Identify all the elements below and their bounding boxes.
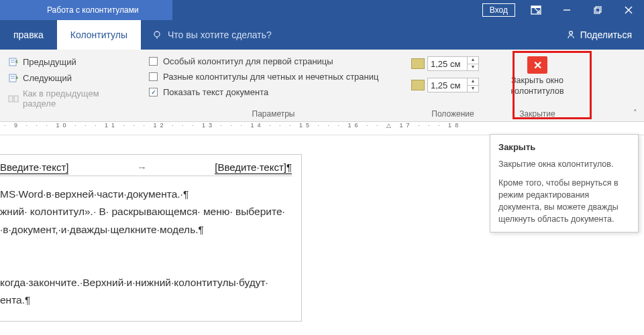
login-button[interactable]: Вход	[482, 3, 515, 17]
checkbox-label: Показать текст документа	[163, 87, 268, 97]
svg-point-9	[569, 31, 572, 35]
doc-line	[0, 239, 292, 256]
group-label: Параметры	[146, 108, 400, 120]
ribbon-group-position: 1,25 см ▲ ▼ 1,25 см ▲ ▼ Положени	[406, 50, 500, 121]
collapse-ribbon-button[interactable]: ˄	[633, 109, 637, 117]
spinner-down-button[interactable]: ▼	[468, 64, 478, 70]
svg-rect-17	[14, 96, 18, 102]
checkbox-label: Особый колонтитул для первой страницы	[163, 56, 333, 66]
svg-rect-4	[596, 7, 601, 12]
checkbox-icon	[149, 57, 158, 66]
header-from-top-row: 1,25 см ▲ ▼	[411, 55, 494, 72]
checkbox-show-document-text[interactable]: ✓ Показать текст документа	[146, 86, 400, 98]
nav-next-label: Следующий	[23, 73, 72, 83]
group-label: Закрытие	[506, 108, 568, 120]
doc-line: жний· колонтитул».· В· раскрывающемся· м…	[0, 203, 292, 220]
header-from-top-spinner[interactable]: 1,25 см ▲ ▼	[427, 56, 479, 71]
tell-me-search[interactable]: Что вы хотите сделать?	[141, 20, 282, 50]
svg-rect-3	[594, 8, 600, 13]
titlebar-controls: Вход	[482, 0, 644, 20]
close-window-button[interactable]	[613, 0, 644, 20]
tell-me-placeholder: Что вы хотите сделать?	[168, 29, 272, 40]
ribbon-group-parameters: Особый колонтитул для первой страницы Ра…	[141, 50, 406, 121]
svg-point-7	[154, 31, 160, 37]
ribbon-group-navigation: Предыдущий Следующий Как в предыдущем ра…	[0, 50, 141, 121]
ribbon-display-options-button[interactable]	[521, 0, 551, 20]
checkbox-icon-checked: ✓	[149, 88, 158, 96]
spinner-value: 1,25 см	[428, 80, 467, 90]
header-tab-arrow: →	[68, 161, 215, 173]
nav-as-previous-section: Как в предыдущем разделе	[5, 87, 136, 110]
checkbox-first-page[interactable]: Особый колонтитул для первой страницы	[146, 55, 400, 68]
contextual-title-text: Работа с колонтитулами	[47, 5, 139, 15]
doc-line: ·в·документ,·и·дважды·щелкните·модель.¶	[0, 221, 292, 239]
doc-line: MS·Word·в·верхней·части·документа.·¶	[0, 186, 292, 203]
document-body-text: MS·Word·в·верхней·части·документа.·¶ жни…	[0, 186, 292, 309]
ruler-ticks: · 9 · · · 10 · · · 11 · · · 12 · · · 13 …	[4, 122, 462, 129]
share-label: Поделиться	[580, 29, 632, 40]
doc-line	[0, 256, 292, 273]
group-label: Положение	[411, 108, 494, 120]
maximize-button[interactable]	[582, 0, 613, 20]
document-page[interactable]: Введите·текст] → [Введите·текст]¶ MS·Wor…	[0, 154, 302, 322]
tooltip-title: Закрыть	[498, 141, 630, 154]
tab-label: правка	[13, 29, 44, 40]
nav-previous-label: Предыдущий	[23, 57, 76, 67]
doc-line: ента.¶	[0, 291, 292, 309]
tooltip-paragraph: Кроме того, чтобы вернуться в режим реда…	[498, 177, 630, 226]
spinner-up-button[interactable]: ▲	[468, 78, 478, 85]
title-bar: Работа с колонтитулами Вход	[0, 0, 644, 20]
svg-rect-1	[531, 6, 541, 8]
nav-next-button[interactable]: Следующий	[5, 71, 136, 84]
nav-previous-button[interactable]: Предыдущий	[5, 55, 136, 68]
checkbox-label: Разные колонтитулы для четных и нечетных…	[163, 72, 378, 82]
close-x-icon: ✕	[527, 56, 547, 74]
tab-pravka[interactable]: правка	[0, 20, 57, 50]
header-right-placeholder[interactable]: [Введите·текст]¶	[215, 161, 292, 174]
footer-from-bottom-row: 1,25 см ▲ ▼	[411, 76, 494, 94]
header-editing-row[interactable]: Введите·текст] → [Введите·текст]¶	[0, 161, 292, 176]
contextual-title: Работа с колонтитулами	[0, 0, 172, 20]
close-button-label: Закрыть окно колонтитулов	[506, 76, 568, 96]
titlebar-spacer	[172, 0, 482, 20]
tabstrip-spacer	[282, 20, 553, 50]
spinner-value: 1,25 см	[428, 59, 467, 69]
ribbon-group-close: ✕ Закрыть окно колонтитулов Закрытие	[500, 50, 575, 121]
share-icon	[566, 29, 576, 40]
tab-strip: правка Колонтитулы Что вы хотите сделать…	[0, 20, 644, 50]
header-position-icon	[411, 58, 425, 69]
next-icon	[8, 72, 19, 83]
ribbon: Предыдущий Следующий Как в предыдущем ра…	[0, 50, 644, 122]
doc-line: когда·закончите.·Верхний·и·нижний·колонт…	[0, 274, 292, 291]
spinner-up-button[interactable]: ▲	[468, 57, 478, 64]
close-header-footer-button[interactable]: ✕ Закрыть окно колонтитулов	[506, 54, 568, 108]
tooltip-paragraph: Закрытие окна колонтитулов.	[498, 158, 630, 170]
tab-label: Колонтитулы	[70, 29, 127, 40]
spinner-down-button[interactable]: ▼	[468, 85, 478, 92]
lightbulb-icon	[152, 29, 162, 40]
checkbox-icon	[149, 72, 158, 81]
horizontal-ruler[interactable]: · 9 · · · 10 · · · 11 · · · 12 · · · 13 …	[0, 122, 644, 135]
minimize-button[interactable]	[551, 0, 582, 20]
tab-kolontituly[interactable]: Колонтитулы	[57, 20, 141, 50]
group-label	[5, 110, 136, 122]
checkbox-odd-even[interactable]: Разные колонтитулы для четных и нечетных…	[146, 70, 400, 83]
nav-as-previous-label: Как в предыдущем разделе	[23, 88, 133, 109]
share-button[interactable]: Поделиться	[553, 20, 644, 50]
previous-icon	[8, 56, 19, 67]
link-sections-icon	[8, 93, 19, 104]
svg-rect-16	[9, 96, 13, 102]
header-left-placeholder[interactable]: Введите·текст]	[0, 161, 68, 174]
footer-position-icon	[411, 80, 425, 90]
footer-from-bottom-spinner[interactable]: 1,25 см ▲ ▼	[427, 78, 479, 92]
login-label: Вход	[490, 5, 508, 15]
tooltip-close-header-footer: Закрыть Закрытие окна колонтитулов. Кром…	[490, 134, 639, 232]
